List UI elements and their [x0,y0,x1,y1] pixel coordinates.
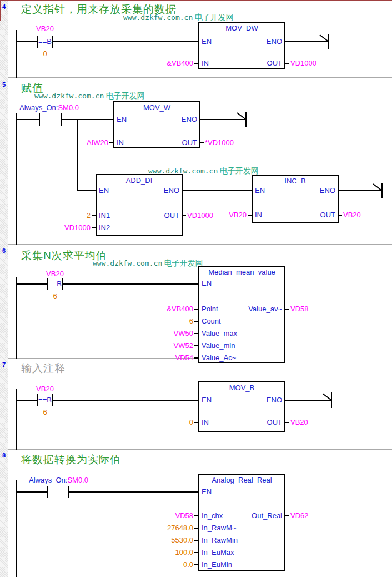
output-operand[interactable]: VB20 [290,418,308,426]
network-5-number[interactable]: 5 [1,81,7,89]
wire [285,63,289,64]
network-7-number[interactable]: 7 [1,361,7,369]
wire [194,528,198,529]
wire [16,400,37,401]
compare-value[interactable]: 0 [34,49,56,58]
contact-bar [39,113,40,126]
wire [200,142,204,143]
power-rail [16,277,17,359]
pin-en: EN [202,37,212,46]
input-operand[interactable]: &VB400 [167,305,193,313]
wire [182,190,252,191]
pin-in-rawmax: In_RawM~ [202,524,237,532]
input-operand[interactable]: 6 [189,317,193,325]
wire [182,215,186,216]
input-operand[interactable]: 100.0 [175,548,193,556]
subroutine-box-median-mean-value[interactable]: Median_mean_value EN Point Value_av~ Cou… [198,266,285,363]
instruction-box-mov-w[interactable]: MOV_W EN ENO IN OUT [113,101,200,148]
instruction-box-add-di[interactable]: ADD_DI EN ENO IN1 OUT IN2 [96,174,183,236]
pin-eno: ENO [182,115,197,123]
input-operand[interactable]: VB20 [229,211,247,219]
wire [194,321,198,322]
input-operand[interactable]: AIW20 [87,138,108,147]
compare-value[interactable]: 6 [44,292,66,300]
contact-operand[interactable]: VB20 [33,270,77,278]
input-operand[interactable]: 27648.0 [167,524,193,532]
pin-in2: IN2 [99,223,110,232]
pin-in-chx: In_chx [202,511,223,520]
watermark: www.dzkfw.com.cn 电子开发网 [34,92,145,100]
wire [92,215,96,216]
contact-bar [47,486,48,498]
input-operand[interactable]: VD54 [175,354,193,362]
box-title: MOV_DW [199,24,284,32]
instruction-box-mov-b[interactable]: MOV_B EN ENO IN OUT [198,381,285,432]
output-operand[interactable]: VD1000 [290,59,316,67]
power-rail [16,389,17,450]
network-divider [8,449,392,451]
wire [53,41,198,42]
power-rail [16,30,17,78]
pin-en: EN [202,396,212,404]
wire [194,564,198,565]
output-operand[interactable]: VB20 [343,211,361,219]
wire [338,215,342,216]
pin-out: OUT [182,138,197,147]
watermark: www.dzkfw.com.cn 电子开发网 [123,13,234,22]
output-operand[interactable]: VD1000 [187,211,213,220]
instruction-box-inc-b[interactable]: INC_B EN ENO IN OUT [252,175,339,223]
network-7-comment-placeholder[interactable]: 输入注释 [21,362,66,375]
input-operand[interactable]: VD1000 [64,223,91,232]
compare-contact-symbol[interactable]: ==B [36,37,54,46]
contact-operand[interactable]: VB20 [23,385,67,393]
ladder-editor-canvas: 4 定义指针，用来存放采集的数据 www.dzkfw.com.cn 电子开发网 … [0,0,392,577]
watermark: www.dzkfw.com.cn 电子开发网 [93,259,203,267]
input-operand[interactable]: 0.0 [183,560,193,569]
contact-operand[interactable]: VB20 [23,24,67,33]
wire [194,552,198,553]
rung-continue-arrow [319,34,330,49]
network-4-number[interactable]: 4 [1,3,7,11]
input-operand[interactable]: VW50 [174,329,193,337]
pin-point: Point [202,305,218,313]
input-operand[interactable]: 2 [87,211,91,220]
pin-out: OUT [267,418,282,426]
input-operand[interactable]: VD58 [175,511,193,520]
input-operand[interactable]: 0 [189,418,193,426]
input-operand[interactable]: &VB400 [167,59,193,67]
pin-en: EN [255,186,265,195]
output-operand[interactable]: VD58 [290,305,309,313]
wire [53,400,198,401]
input-operand[interactable]: 5530.0 [171,536,193,544]
box-title: MOV_B [199,384,284,392]
pin-eno: ENO [164,186,179,195]
rung-continue-arrow [373,183,384,198]
instruction-box-mov-dw[interactable]: MOV_DW EN ENO IN OUT [198,22,285,69]
wire [69,491,198,493]
contact-operand[interactable]: Always_On:SM0.0 [19,103,79,112]
network-divider [8,77,392,79]
output-operand[interactable]: VD62 [290,511,309,520]
contact-operand[interactable]: Always_On:SM0.0 [29,476,88,484]
compare-contact-symbol[interactable]: ==B [46,280,64,288]
pin-in: IN [202,418,209,426]
network-8-comment[interactable]: 将数据转换为实际值 [21,453,121,466]
compare-value[interactable]: 6 [34,408,56,416]
network-6-number[interactable]: 6 [1,247,7,255]
input-operand[interactable]: VW52 [174,341,193,350]
pin-eno: ENO [267,396,282,404]
pin-en: EN [202,279,212,287]
wire [16,283,47,285]
rung-continue-arrow [322,392,333,408]
box-title: Analog_Real_Real [199,476,284,484]
network-8-number[interactable]: 8 [1,451,7,460]
subroutine-box-analog-real-real[interactable]: Analog_Real_Real EN In_chx Out_Real In_R… [198,474,285,571]
pin-value-ac: Value_Ac~ [202,354,236,362]
wire [63,283,198,285]
output-operand[interactable]: *VD1000 [205,138,234,147]
wire [285,309,289,310]
compare-contact-symbol[interactable]: ==B [36,396,54,404]
wire [248,215,252,216]
pin-in: IN [202,59,209,67]
rung-continue-arrow [237,112,248,127]
